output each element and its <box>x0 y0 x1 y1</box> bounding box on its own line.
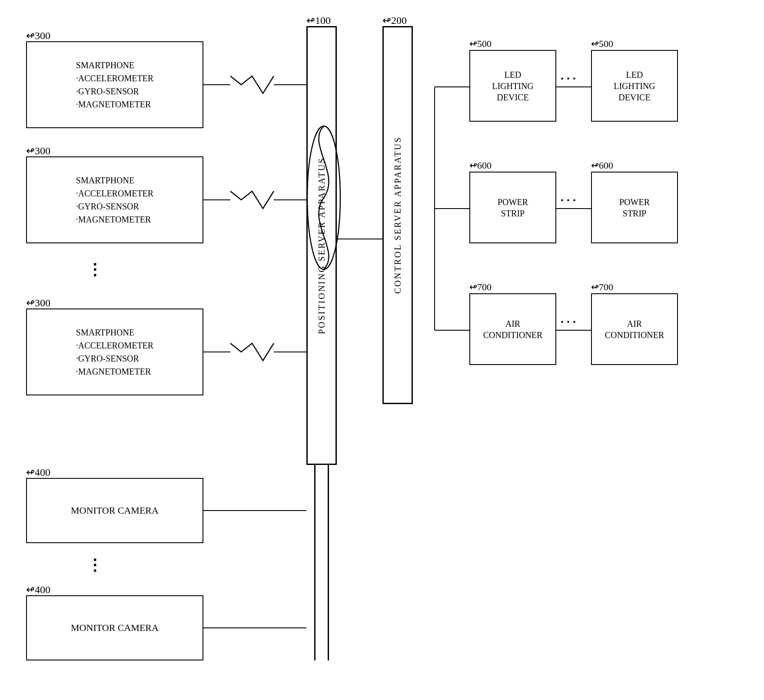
dots-smartphones: ⋮ <box>87 261 103 279</box>
ref-400-1: ↫400 <box>26 466 50 478</box>
led-1-box: LEDLIGHTINGDEVICE <box>469 50 556 122</box>
control-server: CONTROL SERVER APPARATUS <box>382 26 413 404</box>
positioning-server-stem <box>314 465 329 660</box>
ref-400-2: ↫400 <box>26 584 50 596</box>
air-conditioner-1-label: AIRCONDITIONER <box>483 318 543 341</box>
diagram: SMARTPHONE ·ACCELEROMETER ·GYRO-SENSOR ·… <box>0 0 764 700</box>
power-strip-1-label: POWERSTRIP <box>498 196 528 219</box>
sine-wave <box>302 122 345 274</box>
air-conditioner-2-box: AIRCONDITIONER <box>591 293 678 365</box>
power-strip-2-label: POWERSTRIP <box>619 196 650 219</box>
dots-cameras: ⋮ <box>87 556 103 574</box>
smartphone-1-box: SMARTPHONE ·ACCELEROMETER ·GYRO-SENSOR ·… <box>26 41 203 128</box>
smartphone-1-label: SMARTPHONE ·ACCELEROMETER ·GYRO-SENSOR ·… <box>76 59 153 111</box>
ref-100: ↫100 <box>306 14 331 27</box>
air-conditioner-2-label: AIRCONDITIONER <box>605 318 664 341</box>
dots-led: · · · <box>561 72 576 86</box>
ref-300-2: ↫300 <box>26 145 50 157</box>
ref-600-2: ↫600 <box>591 160 613 171</box>
smartphone-2-label: SMARTPHONE ·ACCELEROMETER ·GYRO-SENSOR ·… <box>76 174 153 226</box>
smartphone-3-label: SMARTPHONE ·ACCELEROMETER ·GYRO-SENSOR ·… <box>76 326 153 378</box>
monitor-camera-1-label: MONITOR CAMERA <box>71 504 159 517</box>
dots-ac: · · · <box>561 315 576 329</box>
monitor-camera-1-box: MONITOR CAMERA <box>26 478 203 543</box>
ref-700-1: ↫700 <box>469 282 492 293</box>
dots-power: · · · <box>561 193 576 207</box>
smartphone-2-box: SMARTPHONE ·ACCELEROMETER ·GYRO-SENSOR ·… <box>26 156 203 243</box>
ref-200: ↫200 <box>382 14 407 27</box>
smartphone-3-box: SMARTPHONE ·ACCELEROMETER ·GYRO-SENSOR ·… <box>26 309 203 395</box>
ref-500-2: ↫500 <box>591 38 613 50</box>
ref-500-1: ↫500 <box>469 38 492 50</box>
monitor-camera-2-label: MONITOR CAMERA <box>71 622 159 634</box>
power-strip-2-box: POWERSTRIP <box>591 172 678 243</box>
ref-700-2: ↫700 <box>591 282 613 293</box>
monitor-camera-2-box: MONITOR CAMERA <box>26 595 203 660</box>
air-conditioner-1-box: AIRCONDITIONER <box>469 293 556 365</box>
ref-600-1: ↫600 <box>469 160 492 171</box>
led-2-label: LEDLIGHTINGDEVICE <box>614 69 655 103</box>
power-strip-1-box: POWERSTRIP <box>469 172 556 243</box>
led-2-box: LEDLIGHTINGDEVICE <box>591 50 678 122</box>
ref-300-1: ↫300 <box>26 30 50 42</box>
led-1-label: LEDLIGHTINGDEVICE <box>492 69 534 103</box>
ref-300-3: ↫300 <box>26 297 50 309</box>
